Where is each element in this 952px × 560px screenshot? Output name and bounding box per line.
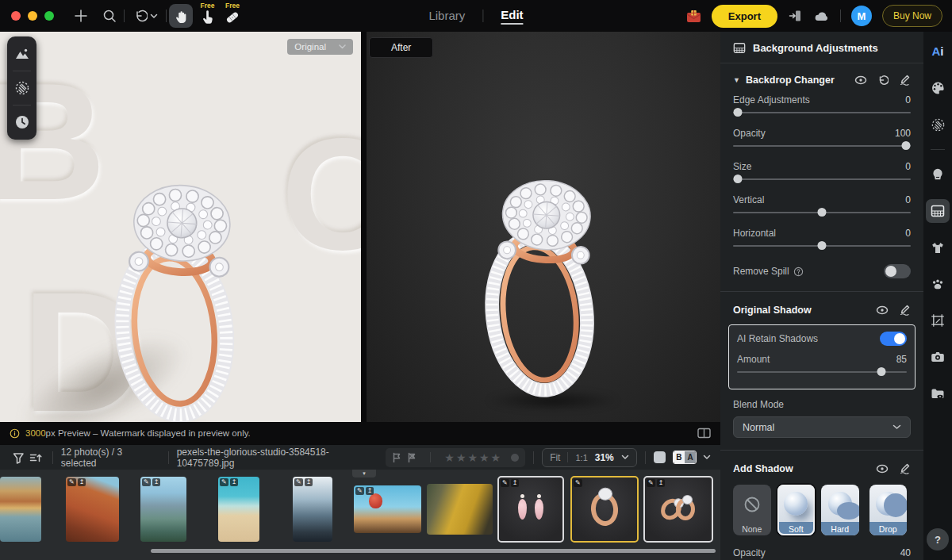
add-photos-button[interactable] [69, 4, 93, 28]
chevron-down-icon [892, 424, 901, 430]
panel-title: Background Adjustments [753, 42, 878, 54]
original-view-selector[interactable]: Original [287, 39, 353, 55]
gift-promo-icon[interactable] [686, 10, 701, 23]
export-panel-icon[interactable] [788, 9, 803, 23]
collapse-triangle-icon[interactable]: ▼ [733, 76, 740, 84]
sidebar-item-background[interactable] [926, 199, 950, 223]
filter-button[interactable] [10, 449, 27, 466]
hand-tool-button[interactable] [169, 4, 193, 28]
tab-edit[interactable]: Edit [501, 8, 523, 25]
filmstrip-thumbnail-two-rings[interactable]: ✎↥ [643, 476, 713, 543]
retouch-tool[interactable]: Free [200, 0, 215, 32]
sidebar-item-pets[interactable] [926, 272, 950, 296]
opacity-slider[interactable] [733, 141, 911, 151]
edit-pencil-icon[interactable] [899, 74, 911, 86]
color-label-dot[interactable] [511, 454, 519, 462]
info-icon [10, 428, 20, 439]
shadow-option-none[interactable]: None [733, 485, 771, 535]
sidebar-item-portrait[interactable] [926, 163, 950, 186]
shadow-option-hard[interactable]: Hard [821, 485, 859, 535]
filmstrip-thumbnail-beach[interactable]: ✎↥ [218, 477, 259, 542]
shadow-option-drop[interactable]: Drop [869, 485, 908, 535]
reject-flag-icon[interactable] [407, 452, 416, 462]
sidebar-item-clothing[interactable] [926, 236, 950, 259]
sidebar-item-ai[interactable]: Ai [926, 40, 950, 63]
soft-shadow-sphere [784, 492, 808, 516]
visibility-eye-icon[interactable] [854, 75, 867, 85]
vertical-slider[interactable] [733, 208, 911, 217]
before-after-toggle[interactable]: B A [673, 451, 697, 464]
buy-now-button[interactable]: Buy Now [882, 5, 942, 27]
help-info-icon[interactable] [793, 267, 804, 277]
filmstrip-scrollbar[interactable] [151, 549, 716, 553]
zoom-level-value[interactable]: 31% [595, 452, 614, 463]
zoom-controls[interactable]: Fit 1:1 31% [542, 448, 637, 467]
window-controls[interactable] [11, 11, 54, 21]
original-shadow-header[interactable]: Original Shadow [733, 304, 911, 316]
horizontal-slider[interactable] [733, 241, 911, 251]
filmstrip-thumbnail-pink-earrings[interactable]: ✎↥ [497, 476, 564, 543]
filmstrip-thumbnail-orange-building[interactable]: ✎↥ [66, 477, 119, 542]
close-window-button[interactable] [11, 11, 21, 21]
filmstrip-thumbnail-hot-air-balloon[interactable]: ✎↥ [354, 485, 421, 533]
section-title: Add Shadow [733, 463, 793, 474]
help-button[interactable]: ? [927, 528, 949, 550]
healing-tool[interactable]: Free [225, 0, 240, 32]
size-slider[interactable] [733, 175, 911, 184]
sort-button[interactable] [27, 449, 44, 466]
tab-library[interactable]: Library [428, 9, 465, 24]
single-view-button[interactable] [654, 451, 666, 463]
user-avatar[interactable]: M [851, 6, 872, 26]
undo-button[interactable] [127, 4, 163, 28]
edit-pencil-icon[interactable] [899, 304, 911, 316]
vertical-row: Vertical 0 [733, 194, 911, 205]
one-to-one-button[interactable]: 1:1 [575, 453, 587, 462]
tshirt-icon [931, 241, 945, 255]
zoom-window-button[interactable] [44, 11, 54, 21]
sidebar-item-camera[interactable] [926, 345, 950, 369]
after-view-label: After [369, 37, 433, 58]
shadow-type-options: None Soft Hard Drop [733, 485, 911, 535]
minimize-window-button[interactable] [28, 11, 37, 21]
add-shadow-header[interactable]: Add Shadow [733, 462, 911, 474]
sidebar-item-masking[interactable] [926, 113, 950, 136]
sidebar-item-color[interactable] [926, 76, 950, 100]
search-button[interactable] [98, 4, 121, 28]
upload-badge-icon: ↥ [78, 478, 86, 486]
star-rating[interactable]: ★★★★★ [444, 452, 502, 463]
remove-spill-toggle[interactable] [884, 264, 911, 278]
fit-button[interactable]: Fit [550, 452, 560, 463]
sidebar-item-crop[interactable] [926, 309, 950, 332]
export-button[interactable]: Export [712, 5, 777, 28]
visibility-eye-icon[interactable] [876, 464, 889, 474]
blend-mode-dropdown[interactable]: Normal [733, 416, 911, 438]
shadow-option-soft[interactable]: Soft [777, 485, 816, 535]
reset-icon[interactable] [877, 75, 889, 86]
filmstrip-thumbnail-canal-buildings[interactable] [0, 477, 41, 542]
chevron-down-icon[interactable] [703, 455, 711, 460]
mountain-icon[interactable] [14, 47, 30, 61]
split-view-icon[interactable] [697, 428, 711, 439]
preview-status-bar: 3000 px Preview – Watermark displayed in… [0, 422, 720, 444]
after-image-canvas[interactable]: After [367, 32, 720, 422]
masking-circle-icon[interactable] [14, 80, 30, 96]
ai-retain-shadows-toggle[interactable] [880, 332, 907, 346]
filmstrip-thumbnail-city-skyline[interactable]: ✎↥ [140, 477, 186, 542]
clock-icon[interactable] [14, 114, 30, 130]
backdrop-changer-header[interactable]: ▼ Backdrop Changer [733, 74, 911, 86]
original-image-canvas[interactable]: B O D Original [0, 32, 361, 422]
filmstrip-thumbnail-yellow-car[interactable] [427, 484, 493, 535]
edit-pencil-icon[interactable] [899, 462, 911, 474]
amount-slider[interactable] [737, 367, 907, 377]
filmstrip-thumbnail-rose-gold-ring[interactable]: ✎ [570, 476, 639, 543]
visibility-eye-icon[interactable] [876, 305, 889, 315]
edge-adjustments-slider[interactable] [733, 108, 911, 117]
edge-adjustments-row: Edge Adjustments 0 [733, 94, 911, 105]
blend-mode-label: Blend Mode [733, 399, 911, 410]
pick-flag-icon[interactable] [392, 452, 401, 462]
filmstrip-thumbnail-sea-cliff[interactable]: ✎↥ [293, 477, 332, 542]
crop-transform-icon [931, 313, 945, 328]
sidebar-item-export-folder[interactable] [926, 382, 950, 405]
cloud-sync-icon[interactable] [813, 10, 830, 22]
backdrop-letter: O [281, 103, 361, 286]
